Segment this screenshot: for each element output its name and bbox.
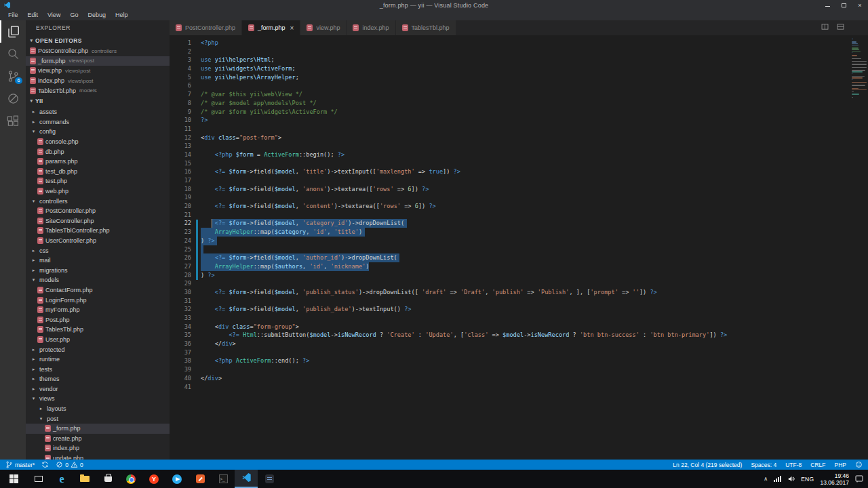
menu-debug[interactable]: Debug [83,10,111,20]
tree-folder-config[interactable]: ▾config [26,127,170,137]
tree-file-User.php[interactable]: User.php [26,335,170,345]
minimap[interactable] [850,35,868,460]
close-icon[interactable]: × [290,24,294,32]
language-indicator[interactable]: PHP [835,462,846,468]
vscode-icon[interactable] [235,470,258,488]
tab-PostController.php[interactable]: PostController.php [170,20,241,35]
action-center-icon[interactable] [855,475,863,483]
eol-indicator[interactable]: CRLF [810,462,825,468]
problems-indicator[interactable]: 0 0 [56,461,83,468]
tree-folder-vendor[interactable]: ▸vendor [26,384,170,394]
tree-folder-assets[interactable]: ▸assets [26,107,170,117]
task-view-button[interactable] [27,470,50,488]
activity-search[interactable] [0,43,26,65]
tree-folder-mail[interactable]: ▸mail [26,256,170,266]
tree-folder-layouts[interactable]: ▸layouts [26,404,170,414]
open-editor-item[interactable]: PostController.phpcontrollers [26,46,170,56]
tree-folder-views[interactable]: ▾views [26,394,170,404]
code-editor[interactable]: 1<?php23use yii\helpers\Html;4use yii\wi… [170,35,850,460]
open-editor-item[interactable]: view.phpviews\post [26,66,170,76]
store-icon[interactable] [96,470,119,488]
tree-folder-runtime[interactable]: ▸runtime [26,354,170,365]
edge-icon[interactable]: e [50,470,73,488]
open-editor-item[interactable]: index.phpviews\post [26,76,170,86]
menu-edit[interactable]: Edit [23,10,43,20]
tree-folder-themes[interactable]: ▸themes [26,374,170,384]
tree-file-myForm.php[interactable]: myForm.php [26,305,170,315]
activity-source-control[interactable]: 6 [0,65,26,87]
tree-folder-controllers[interactable]: ▾controllers [26,196,170,206]
line-content [201,159,208,168]
minimize-button[interactable] [819,0,835,10]
sync-button[interactable] [41,461,49,468]
indentation-indicator[interactable]: Spaces: 4 [751,462,776,468]
menu-file[interactable]: File [3,10,23,20]
line-text: ArrayHelper::map($category, 'id', 'title… [201,228,362,235]
start-button[interactable] [0,470,27,488]
tab-view.php[interactable]: view.php [300,20,346,35]
tree-file-test_db.php[interactable]: test_db.php [26,167,170,177]
terminal-icon[interactable]: >_ [212,470,235,488]
network-icon[interactable] [774,476,781,482]
cursor-position[interactable]: Ln 22, Col 4 (219 selected) [673,462,742,468]
tab-_form.php[interactable]: _form.php× [242,20,300,35]
git-branch-indicator[interactable]: master* [5,461,35,468]
open-editor-item[interactable]: TablesTbl.phpmodels [26,85,170,96]
workspace-header[interactable]: ▾ YII [26,96,170,107]
menu-go[interactable]: Go [65,10,83,20]
tree-file-_form.php[interactable]: _form.php [26,424,170,434]
tree-folder-protected[interactable]: ▸protected [26,344,170,354]
orange-app-icon[interactable] [189,470,212,488]
code-line: 41 [170,383,850,392]
chrome-icon[interactable] [119,470,142,488]
tree-file-PostController.php[interactable]: PostController.php [26,206,170,216]
tab-TablesTbl.php[interactable]: TablesTbl.php [396,20,456,35]
tree-file-UserController.php[interactable]: UserController.php [26,236,170,246]
tree-folder-post[interactable]: ▾post [26,413,170,424]
tree-folder-models[interactable]: ▾models [26,275,170,285]
activity-extensions[interactable] [0,110,26,132]
tree-file-TablesTblController.php[interactable]: TablesTblController.php [26,226,170,236]
tree-file-test.php[interactable]: test.php [26,176,170,186]
tree-file-TablesTbl.php[interactable]: TablesTbl.php [26,325,170,335]
line-text: ?> [201,117,208,123]
tree-folder-migrations[interactable]: ▸migrations [26,265,170,275]
line-number: 7 [170,90,201,99]
tree-folder-commands[interactable]: ▸commands [26,117,170,127]
volume-icon[interactable] [787,475,795,483]
tree-folder-tests[interactable]: ▸tests [26,364,170,374]
dark-app-icon[interactable] [258,470,281,488]
open-editor-item[interactable]: _form.phpviews\post [26,56,170,66]
activity-explorer[interactable] [0,20,26,43]
tree-file-console.php[interactable]: console.php [26,137,170,147]
encoding-indicator[interactable]: UTF-8 [785,462,802,468]
tree-file-web.php[interactable]: web.php [26,186,170,197]
activity-debug[interactable] [0,87,26,110]
file-explorer-icon[interactable] [73,470,96,488]
telegram-icon[interactable] [165,470,189,488]
line-content [201,348,208,357]
maximize-button[interactable] [835,0,852,10]
tree-file-params.php[interactable]: params.php [26,157,170,167]
toggle-layout-icon[interactable] [836,22,845,34]
tree-file-create.php[interactable]: create.php [26,434,170,444]
menu-view[interactable]: View [43,10,65,20]
open-editors-header[interactable]: ▾ OPEN EDITORS [26,35,170,46]
tree-file-Post.php[interactable]: Post.php [26,314,170,325]
tree-file-db.php[interactable]: db.php [26,146,170,157]
feedback-smiley-icon[interactable] [855,461,863,468]
tree-file-index.php[interactable]: index.php [26,443,170,453]
hidden-icons-button[interactable]: ∧ [764,476,768,482]
split-editor-icon[interactable] [821,22,829,34]
menu-help[interactable]: Help [111,10,133,20]
keyboard-language-indicator[interactable]: ENG [801,476,814,483]
tab-index.php[interactable]: index.php [347,20,395,35]
close-button[interactable]: × [852,0,868,10]
yandex-browser-icon[interactable]: Y [142,470,165,488]
tree-folder-css[interactable]: ▸css [26,245,170,256]
tree-file-update.php[interactable]: update.php [26,453,170,460]
clock[interactable]: 19:46 13.06.2017 [820,472,849,486]
tree-file-ContactForm.php[interactable]: ContactForm.php [26,285,170,296]
tree-file-LoginForm.php[interactable]: LoginForm.php [26,295,170,305]
tree-file-SiteController.php[interactable]: SiteController.php [26,216,170,226]
